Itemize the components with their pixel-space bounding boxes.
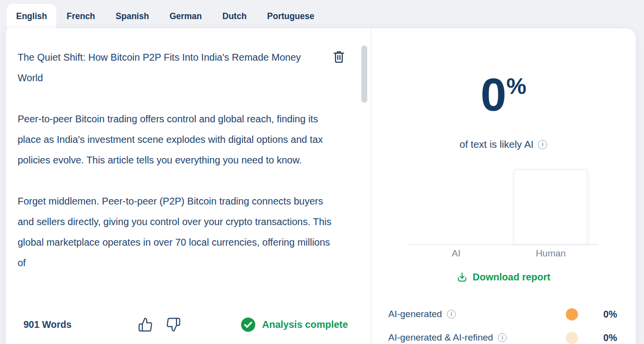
word-count: 901 Words [23,319,77,330]
ai-human-bar-chart: AI Human [409,169,598,259]
ai-score-caption-text: of text is likely AI [460,138,534,150]
document-paragraph: Forget middlemen. Peer-to-peer (P2P) Bit… [18,191,333,273]
tab-dutch[interactable]: Dutch [212,4,257,28]
legend-label: AI-generated & AI-refined i [388,332,507,343]
tab-label: German [170,11,202,22]
download-report-label: Download report [473,272,551,283]
trash-icon [333,50,345,64]
chart-slot-human [504,169,599,244]
check-circle-icon [241,317,256,332]
tab-german[interactable]: German [159,4,212,28]
axis-label-human: Human [504,248,599,259]
human-bar [514,169,588,244]
legend-row-ai-refined: AI-generated & AI-refined i 0% [388,326,617,344]
analysis-card: The Quiet Shift: How Bitcoin P2P Fits In… [6,28,636,344]
document-paragraph: Peer-to-peer Bitcoin trading offers cont… [18,109,333,170]
document-scrollbar[interactable] [361,46,367,103]
ai-score-value: 0 [481,69,507,120]
tab-label: Portuguese [267,11,314,22]
legend-value: 0% [592,309,617,320]
results-panel: 0% of text is likely AI i AI Human [371,28,636,344]
info-icon[interactable]: i [447,310,456,319]
tab-label: Dutch [222,11,247,22]
language-tabbar: English French Spanish German Dutch Port… [0,0,644,28]
tab-portuguese[interactable]: Portuguese [257,4,324,28]
ai-score: 0% [371,62,636,133]
document-footer: 901 Words [23,311,359,338]
tab-label: Spanish [116,11,149,22]
tab-english[interactable]: English [7,4,56,28]
document-text-area[interactable]: The Quiet Shift: How Bitcoin P2P Fits In… [18,47,349,307]
analysis-status: Analysis complete [241,317,348,332]
feedback-buttons [138,317,181,332]
legend-row-ai-generated: AI-generated i 0% [388,302,617,326]
delete-document-button[interactable] [332,49,346,66]
download-icon [457,272,467,283]
chart-plot-area [409,169,598,245]
tab-french[interactable]: French [56,4,105,28]
legend-dot-peach [566,332,578,344]
document-title: The Quiet Shift: How Bitcoin P2P Fits In… [18,47,328,88]
ai-score-unit: % [506,73,526,99]
tab-label: French [67,11,95,22]
legend-label-text: AI-generated & AI-refined [388,332,493,343]
thumbs-up-button[interactable] [138,317,153,332]
legend-value: 0% [592,332,617,344]
legend-dot-orange [566,308,578,321]
download-report-button[interactable]: Download report [371,272,636,283]
thumb-down-icon [166,317,181,332]
thumbs-down-button[interactable] [166,317,181,332]
legend-label-text: AI-generated [388,309,442,320]
ai-score-caption: of text is likely AI i [371,138,636,150]
legend-label: AI-generated i [388,309,456,320]
document-panel: The Quiet Shift: How Bitcoin P2P Fits In… [6,28,371,344]
axis-label-ai: AI [409,248,504,259]
tab-spanish[interactable]: Spanish [106,4,159,28]
info-icon[interactable]: i [498,333,507,342]
chart-axis-labels: AI Human [409,248,598,259]
tab-label: English [16,11,47,22]
thumb-up-icon [138,317,153,332]
classification-legend: AI-generated i 0% AI-generated & AI-refi… [371,302,636,344]
chart-slot-ai [409,169,504,244]
info-icon[interactable]: i [538,140,547,149]
status-label: Analysis complete [262,319,348,330]
